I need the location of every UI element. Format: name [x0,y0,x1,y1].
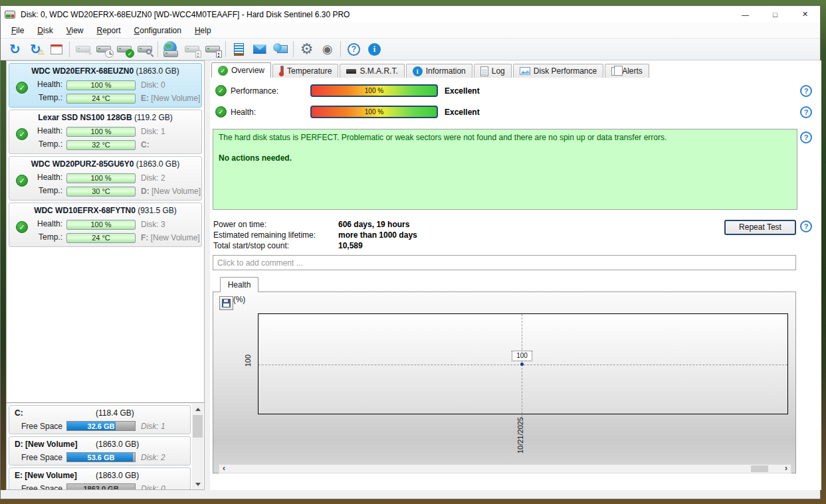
help-icon[interactable]: ? [800,85,812,97]
close-button[interactable]: ✕ [790,6,820,23]
temp-bar: 24 °C [66,233,136,243]
disk-sidebar: WDC WD20EFRX-68EUZN0 (1863.0 GB) ✓ Healt… [6,60,205,490]
scrollbar-thumb[interactable] [751,465,768,472]
tab-log[interactable]: Log [474,64,512,78]
health-row: ✓ Health: 100 % Excellent [210,106,821,120]
chart-tab-health[interactable]: Health (%) [220,277,258,292]
menu-view[interactable]: View [60,24,90,37]
disk-undo-button[interactable]: ↷ [72,40,93,58]
tab-smart[interactable]: S.M.A.R.T. [340,64,404,78]
tab-temperature[interactable]: Temperature [272,64,338,78]
gridline-vertical [522,314,522,420]
partition-name: D: [New Volume] [15,440,77,449]
sound-button[interactable]: ◉ [317,40,338,58]
minimize-button[interactable]: — [730,6,760,23]
status-text-line1: The hard disk status is PERFECT. Problem… [219,133,791,142]
chart-scrollbar[interactable]: ‹ › [219,464,791,473]
status-ok-icon: ✓ [215,85,227,96]
disk-status-message: The hard disk status is PERFECT. Problem… [213,129,797,210]
status-ok-icon: ✓ [215,106,227,118]
menu-file[interactable]: File [5,24,31,37]
help-icon[interactable]: ? [800,131,812,143]
log-button[interactable] [229,40,249,58]
volume-label: D: [New Volume] [141,187,201,196]
window-title: Disk: 0, WDC WD20EFRX-68EUZN0 [WD-WCC4M0… [21,10,350,19]
temp-bar: 32 °C [66,140,136,150]
disk-item-0[interactable]: WDC WD20EFRX-68EUZN0 (1863.0 GB) ✓ Healt… [9,63,202,108]
scroll-right-icon[interactable]: › [781,465,791,473]
partition-size: (118.4 GB) [96,408,134,418]
report-button[interactable] [46,40,66,58]
scroll-left-icon[interactable]: ‹ [219,465,229,473]
comment-input[interactable] [213,255,796,270]
health-bar: 100 % [66,173,136,183]
disk-item-2[interactable]: WDC WD20PURZ-85GU6Y0 (1863.0 GB) ✓ Healt… [9,156,202,201]
title-bar: Disk: 0, WDC WD20EFRX-68EUZN0 [WD-WCC4M0… [1,6,820,23]
partition-item-d[interactable]: D: [New Volume] (1863.0 GB) Free Space 5… [9,436,191,465]
disk-number: Disk: 2 [141,173,165,183]
about-button[interactable]: i [364,40,385,58]
help-button[interactable]: ? [344,40,364,58]
clock-icon [105,49,114,58]
repeat-test-button[interactable]: Repeat Test [724,220,796,235]
disk-number: Disk: 1 [141,422,165,431]
refresh-button[interactable]: ↻ [5,40,25,58]
help-icon[interactable]: ? [800,220,812,232]
tab-information[interactable]: iInformation [406,64,472,78]
disk-surface-test-button[interactable] [134,40,155,58]
menu-configuration[interactable]: Configuration [128,24,188,37]
temp-label: Temp.: [9,93,62,102]
refresh-analyse-button[interactable]: ↻⚠ [25,40,46,58]
thermometer-icon [279,66,284,76]
network-status-button[interactable] [270,40,290,58]
health-data-point [520,363,524,366]
free-space-label: Free Space [9,453,62,462]
network-disk-button[interactable] [161,40,181,58]
disk-item-3[interactable]: WDC WD10EFRX-68FYTN0 (931.5 GB) ✓ Health… [9,203,202,247]
menu-help[interactable]: Help [188,24,218,37]
help-icon[interactable]: ? [800,106,812,118]
stat-label: Total start/stop count: [213,241,289,250]
stat-value: 606 days, 19 hours [338,220,409,229]
toolbar: ↻ ↻⚠ ↷ ✓ ⚙ ◉ ? i [1,39,820,60]
tab-disk-performance[interactable]: Disk Performance [513,64,603,78]
undo-arrow-icon: ↷ [86,49,92,58]
email-button[interactable] [249,40,270,58]
scroll-up-icon[interactable] [192,404,203,414]
chart-icon [520,67,530,75]
scrollbar-thumb[interactable] [193,415,203,438]
disk-schedule-button[interactable] [93,40,114,58]
disk-power-gray-button[interactable] [181,40,202,58]
stat-value: 10,589 [338,241,363,250]
save-chart-button[interactable] [219,296,233,310]
partition-item-e[interactable]: E: [New Volume] (1863.0 GB) Free Space 1… [9,467,191,489]
performance-gauge: 100 % [310,84,438,97]
disk-test-button[interactable]: ✓ [114,40,134,58]
disk-item-1[interactable]: Lexar SSD NS100 128GB (119.2 GB) ✓ Healt… [9,110,202,154]
app-icon [5,11,15,19]
health-label: Health: [9,80,62,89]
menu-bar: File Disk View Report Configuration Help [1,23,820,39]
disk-stats: Power on time:606 days, 19 hours Estimat… [213,220,492,252]
menu-disk[interactable]: Disk [31,24,59,37]
disk-power-button[interactable] [202,40,223,58]
app-window: Disk: 0, WDC WD20EFRX-68EUZN0 [WD-WCC4M0… [0,5,821,499]
menu-report[interactable]: Report [90,24,128,37]
temp-label: Temp.: [9,232,62,242]
health-label: Health: [9,219,62,228]
maximize-button[interactable]: □ [760,6,790,23]
partition-size: (1863.0 GB) [96,440,139,449]
magnifier-icon [146,49,155,58]
temp-bar: 24 °C [66,94,136,104]
tab-alerts[interactable]: Alerts [605,64,649,78]
temp-bar: 30 °C [66,187,136,197]
disk-number: Disk: 2 [141,453,165,462]
partition-scrollbar[interactable] [192,404,203,489]
scroll-down-icon[interactable] [192,479,203,489]
partition-item-c[interactable]: C: (118.4 GB) Free Space 32.6 GB Disk: 1 [9,405,191,434]
free-space-bar: 1863.0 GB [66,483,136,489]
free-space-label: Free Space [9,422,62,431]
tab-overview[interactable]: ✓Overview [211,62,271,78]
settings-button[interactable]: ⚙ [296,40,317,58]
performance-label: Performance: [231,86,278,96]
